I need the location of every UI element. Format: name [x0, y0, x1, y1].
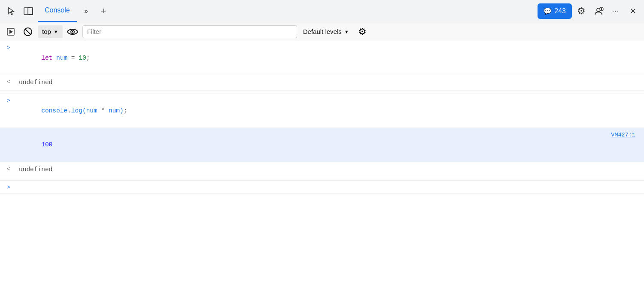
messages-button[interactable]: 💬 243: [538, 3, 572, 19]
close-button[interactable]: ✕: [625, 3, 641, 19]
add-tab-button[interactable]: +: [96, 3, 111, 19]
code-space-1: [52, 55, 56, 61]
eye-button[interactable]: [65, 24, 80, 39]
run-script-button[interactable]: [3, 24, 18, 39]
context-selector[interactable]: top ▼: [38, 25, 63, 38]
console-gear-icon: ⚙: [358, 26, 367, 37]
log-method: log: [71, 107, 82, 114]
default-levels-arrow: ▼: [344, 29, 349, 34]
var-num: num: [56, 55, 67, 61]
output-arrow-4: [0, 130, 17, 131]
messages-count: 243: [554, 7, 566, 15]
toolbar-right-icons: ⚙ ··· ✕: [574, 3, 641, 19]
console-row-4: 100 VM427:1: [0, 128, 644, 162]
row-content-3: console.log(num * num);: [17, 97, 641, 125]
context-dropdown-arrow: ▼: [54, 29, 58, 34]
default-levels-button[interactable]: Default levels ▼: [300, 26, 352, 37]
num-value: 10: [79, 55, 86, 61]
console-toolbar: top ▼ Default levels ▼ ⚙: [0, 22, 644, 41]
close-paren: ): [120, 107, 124, 114]
input-arrow-3: >: [0, 97, 17, 104]
source-link[interactable]: VM427:1: [611, 130, 641, 138]
settings-button[interactable]: ⚙: [574, 3, 589, 19]
more-options-button[interactable]: ···: [608, 3, 623, 19]
cursor-icon: [7, 7, 15, 15]
add-tab-icon: +: [100, 6, 106, 17]
code-assign: =: [67, 55, 79, 61]
svg-line-8: [25, 29, 31, 34]
svg-point-10: [72, 31, 73, 32]
more-tabs-icon: »: [84, 7, 88, 15]
console-tab-label: Console: [45, 6, 70, 14]
console-row-2: < undefined: [0, 75, 644, 91]
console-row-3: > console.log(num * num);: [0, 94, 644, 128]
more-tabs-button[interactable]: »: [79, 3, 94, 19]
spacer-row-2: [0, 177, 644, 181]
prompt-arrow: >: [0, 183, 17, 191]
row-content-1: let num = 10;: [17, 44, 641, 72]
filter-input[interactable]: [82, 25, 297, 38]
console-settings-button[interactable]: ⚙: [355, 24, 370, 39]
default-levels-label: Default levels: [303, 28, 342, 35]
input-arrow-1: >: [0, 44, 17, 51]
output-arrow-5: <: [0, 165, 17, 173]
context-label: top: [42, 28, 51, 35]
open-paren: (: [82, 107, 86, 114]
console-input[interactable]: [17, 183, 641, 190]
svg-rect-1: [28, 8, 33, 15]
prompt-row[interactable]: >: [0, 181, 644, 194]
messages-icon: 💬: [544, 7, 552, 15]
num-arg2: num: [109, 107, 120, 114]
console-tab[interactable]: Console: [38, 0, 77, 22]
ban-icon: [23, 27, 33, 36]
settings-icon: ⚙: [577, 6, 586, 17]
console-row-5: < undefined: [0, 162, 644, 178]
eye-icon: [67, 27, 78, 36]
profile-icon: [593, 6, 604, 16]
console-obj: console: [41, 107, 67, 114]
multiply-op: *: [97, 107, 109, 114]
row-content-4: 100: [17, 130, 611, 159]
row-content-5: undefined: [17, 165, 641, 175]
console-row-1: > let num = 10;: [0, 41, 644, 75]
clear-console-button[interactable]: [21, 24, 35, 39]
semicolon-1: ;: [86, 55, 90, 61]
semicolon-2: ;: [124, 107, 128, 114]
profile-button[interactable]: [591, 3, 606, 19]
console-output: > let num = 10; < undefined > console.lo…: [0, 41, 644, 306]
num-arg1: num: [86, 107, 97, 114]
dock-icon: [24, 7, 33, 15]
spacer-row-1: [0, 91, 644, 94]
dock-toggle-button[interactable]: [21, 3, 36, 19]
svg-point-4: [601, 8, 602, 10]
keyword-let: let: [41, 55, 52, 61]
output-100: 100: [41, 141, 52, 148]
run-icon: [7, 28, 15, 36]
row-content-2: undefined: [17, 78, 641, 88]
dot-1: .: [67, 107, 71, 114]
more-options-icon: ···: [612, 7, 619, 15]
top-toolbar: Console » + 💬 243 ⚙ ··· ✕: [0, 0, 644, 22]
close-icon: ✕: [630, 6, 636, 16]
svg-rect-0: [24, 8, 33, 15]
svg-marker-6: [9, 30, 13, 34]
output-arrow-2: <: [0, 78, 17, 85]
cursor-tool-button[interactable]: [3, 3, 19, 19]
